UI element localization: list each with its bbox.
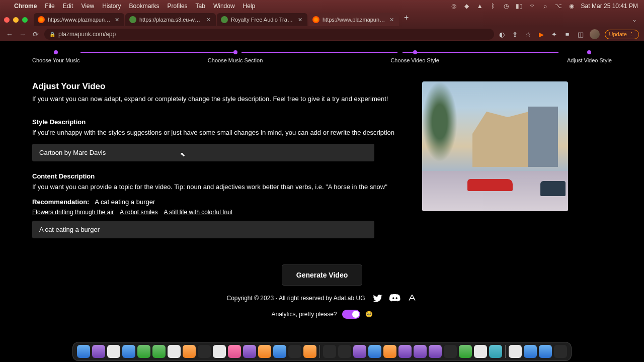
maximize-window-icon[interactable] xyxy=(22,17,28,23)
step-adjust[interactable]: Adjust Video Style xyxy=(567,50,612,63)
menu-history[interactable]: History xyxy=(102,3,121,10)
dock-app-icon[interactable] xyxy=(243,345,256,358)
bookmark-icon[interactable]: ☆ xyxy=(524,30,532,38)
browser-tab[interactable]: Royalty Free Audio Tracks - Er ✕ xyxy=(217,13,307,26)
extensions-icon[interactable]: ✦ xyxy=(550,30,558,38)
profile-avatar[interactable] xyxy=(590,29,600,39)
tab-title: https://www.plazmapunk.com/ xyxy=(323,17,385,23)
dock-app-icon[interactable] xyxy=(258,345,271,358)
siri-icon[interactable]: ◉ xyxy=(568,3,575,10)
side-panel-icon[interactable]: ◫ xyxy=(577,30,585,38)
share-icon[interactable]: ⇪ xyxy=(511,30,519,38)
dock-app-icon[interactable] xyxy=(198,345,211,358)
suggestion-link[interactable]: A robot smiles xyxy=(120,209,157,216)
new-tab-button[interactable]: + xyxy=(400,13,413,26)
dock-app-icon[interactable] xyxy=(474,345,487,358)
wifi-icon[interactable]: ⌔ xyxy=(529,3,536,10)
dock-app-icon[interactable] xyxy=(107,345,120,358)
dock-trash-icon[interactable] xyxy=(554,345,567,358)
close-tab-icon[interactable]: ✕ xyxy=(388,17,395,23)
dock-app-icon[interactable] xyxy=(137,345,150,358)
content-input[interactable] xyxy=(32,221,374,238)
favicon-icon xyxy=(221,16,228,23)
close-tab-icon[interactable]: ✕ xyxy=(297,17,303,23)
dock-ai-icon[interactable] xyxy=(383,345,396,358)
menu-profiles[interactable]: Profiles xyxy=(168,3,188,10)
dock-ps-icon[interactable] xyxy=(368,345,381,358)
browser-tab[interactable]: https://plazma.s3.eu-west-1.a ✕ xyxy=(125,13,216,26)
menu-file[interactable]: File xyxy=(45,3,54,10)
dock-app-icon[interactable] xyxy=(459,345,472,358)
dock-app-icon[interactable] xyxy=(509,345,522,358)
menu-tab[interactable]: Tab xyxy=(196,3,205,10)
dock-music-icon[interactable] xyxy=(228,345,241,358)
translate-icon[interactable]: ◐ xyxy=(498,30,506,38)
menu-view[interactable]: View xyxy=(81,3,94,10)
datetime[interactable]: Sat Mar 25 10:41 PM xyxy=(581,3,638,10)
dock-ae-icon[interactable] xyxy=(398,345,412,358)
step-section[interactable]: Choose Music Section xyxy=(208,50,263,63)
discord-icon[interactable] xyxy=(389,293,400,304)
close-tab-icon[interactable]: ✕ xyxy=(114,17,120,23)
dock-app-icon[interactable] xyxy=(353,345,366,358)
dock-app-icon[interactable] xyxy=(524,345,537,358)
dock-discord-icon[interactable] xyxy=(429,345,442,358)
close-tab-icon[interactable]: ✕ xyxy=(205,17,212,23)
browser-tab[interactable]: https://www.plazmapunk.com/ ✕ xyxy=(34,13,124,26)
dock-app-icon[interactable] xyxy=(288,345,301,358)
menu-bookmarks[interactable]: Bookmarks xyxy=(129,3,159,10)
address-bar[interactable]: 🔒 plazmapunk.com/app xyxy=(44,29,494,40)
dock-calendar-icon[interactable] xyxy=(168,345,181,358)
dock-app-icon[interactable] xyxy=(303,345,316,358)
reading-list-icon[interactable]: ≡ xyxy=(564,30,572,38)
menu-edit[interactable]: Edit xyxy=(63,3,73,10)
menu-help[interactable]: Help xyxy=(243,3,256,10)
url-text: plazmapunk.com/app xyxy=(58,31,116,38)
reload-button[interactable]: ⟳ xyxy=(31,30,40,38)
window-controls[interactable] xyxy=(4,17,28,23)
browser-tab-active[interactable]: https://www.plazmapunk.com/ ✕ xyxy=(308,13,399,26)
update-button[interactable]: Update ⋮ xyxy=(605,30,639,39)
step-music[interactable]: Choose Your Music xyxy=(32,50,80,63)
search-icon[interactable]: ⌕ xyxy=(542,3,549,10)
step-video-style[interactable]: Choose Video Style xyxy=(390,50,439,63)
extension-icon[interactable]: ▶ xyxy=(537,30,545,38)
dock-app-icon[interactable] xyxy=(323,345,336,358)
clock-icon[interactable]: ◷ xyxy=(503,3,510,10)
app-name[interactable]: Chrome xyxy=(14,3,37,10)
battery-icon[interactable]: ▮▯ xyxy=(516,3,523,10)
link-icon[interactable] xyxy=(407,293,418,304)
status-icon[interactable]: ◎ xyxy=(450,3,457,10)
close-window-icon[interactable] xyxy=(4,17,10,23)
twitter-icon[interactable] xyxy=(372,293,383,304)
dock-separator xyxy=(319,345,320,358)
macos-dock[interactable] xyxy=(72,342,572,361)
dock-app-icon[interactable] xyxy=(152,345,166,358)
favicon-icon xyxy=(129,16,136,23)
status-icon[interactable]: ◆ xyxy=(463,3,470,10)
generate-video-button[interactable]: Generate Video xyxy=(282,264,362,286)
suggestion-link[interactable]: A still life with colorful fruit xyxy=(164,209,232,216)
forward-button[interactable]: → xyxy=(18,30,27,38)
bluetooth-icon[interactable]: ᛒ xyxy=(490,3,497,10)
control-center-icon[interactable]: ⌥ xyxy=(555,3,562,10)
suggestion-link[interactable]: Flowers drifting through the air xyxy=(32,209,114,216)
dock-app-icon[interactable] xyxy=(122,345,135,358)
tab-overflow-icon[interactable]: ⌄ xyxy=(629,16,640,23)
status-icon[interactable]: ▲ xyxy=(476,3,484,10)
dock-app-icon[interactable] xyxy=(183,345,196,358)
dock-chrome-icon[interactable] xyxy=(213,345,226,358)
dock-app-icon[interactable] xyxy=(444,345,457,358)
style-input[interactable] xyxy=(32,144,374,161)
dock-app-icon[interactable] xyxy=(338,345,351,358)
dock-app-icon[interactable] xyxy=(489,345,502,358)
dock-pr-icon[interactable] xyxy=(414,345,427,358)
dock-app-icon[interactable] xyxy=(539,345,552,358)
dock-app-icon[interactable] xyxy=(273,345,286,358)
back-button[interactable]: ← xyxy=(5,30,14,38)
minimize-window-icon[interactable] xyxy=(13,17,19,23)
analytics-toggle[interactable] xyxy=(342,310,360,319)
dock-app-icon[interactable] xyxy=(92,345,105,358)
menu-window[interactable]: Window xyxy=(213,3,235,10)
dock-finder-icon[interactable] xyxy=(77,345,90,358)
